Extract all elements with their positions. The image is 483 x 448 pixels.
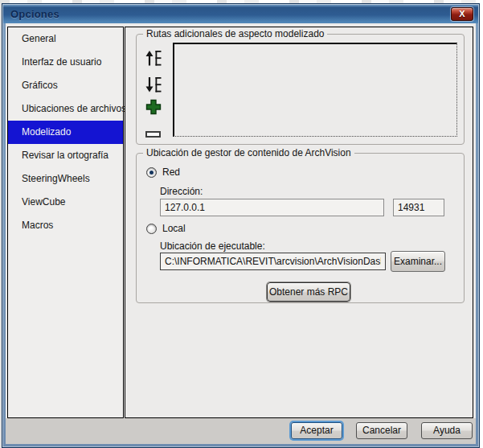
titlebar[interactable]: Opciones X — [3, 5, 478, 23]
network-radio-row: Red — [146, 166, 180, 178]
cancel-button[interactable]: Cancelar — [356, 422, 407, 439]
sidebar-item-ubicaciones-de-archivos[interactable]: Ubicaciones de archivos — [8, 97, 123, 121]
sidebar-item-revisar-la-ortografia[interactable]: Revisar la ortografía — [8, 144, 123, 167]
render-paths-group-title: Rutas adicionales de aspecto modelizado — [143, 28, 327, 39]
close-button[interactable]: X — [451, 7, 473, 21]
move-up-button[interactable] — [145, 49, 165, 68]
move-down-icon — [145, 76, 165, 93]
footer-button-bar: Aceptar Cancelar Ayuda — [291, 422, 473, 439]
sidebar-item-interfaz-de-usuario[interactable]: Interfaz de usuario — [8, 51, 123, 74]
sidebar-item-macros[interactable]: Macros — [8, 214, 123, 237]
sidebar-item-general[interactable]: General — [8, 27, 123, 51]
remove-path-button[interactable] — [145, 125, 165, 144]
category-list: General Interfaz de usuario Gráficos Ubi… — [7, 27, 124, 418]
dialog-body: General Interfaz de usuario Gráficos Ubi… — [6, 23, 476, 444]
window-title: Opciones — [3, 8, 59, 20]
archvision-group-title: Ubicación de gestor de contenido de Arch… — [143, 147, 354, 158]
add-plus-icon — [145, 99, 165, 115]
render-paths-listbox[interactable] — [173, 43, 457, 137]
sidebar-item-graficos[interactable]: Gráficos — [8, 74, 123, 97]
sidebar-item-viewcube[interactable]: ViewCube — [8, 191, 123, 214]
address-label: Dirección: — [160, 186, 203, 197]
close-icon: X — [459, 9, 465, 18]
local-radio-label: Local — [162, 223, 186, 234]
network-radio[interactable] — [146, 167, 157, 178]
browse-button[interactable]: Examinar... — [391, 251, 445, 272]
move-down-button[interactable] — [145, 76, 165, 95]
executable-label: Ubicación de ejecutable: — [160, 240, 265, 252]
move-up-icon — [145, 49, 165, 67]
port-input[interactable] — [393, 199, 444, 216]
modelizado-settings-panel: Rutas adicionales de aspecto modelizado — [125, 27, 473, 418]
local-radio[interactable] — [146, 224, 157, 234]
sidebar-item-modelizado[interactable]: Modelizado — [8, 121, 123, 144]
add-path-button[interactable] — [145, 99, 165, 118]
accept-button[interactable]: Aceptar — [291, 422, 342, 439]
render-paths-groupbox: Rutas adicionales de aspecto modelizado — [136, 34, 465, 145]
address-input[interactable] — [160, 199, 384, 216]
archvision-groupbox: Ubicación de gestor de contenido de Arch… — [136, 153, 465, 303]
network-radio-label: Red — [162, 166, 180, 178]
local-radio-row: Local — [146, 223, 186, 234]
help-button[interactable]: Ayuda — [421, 422, 473, 439]
remove-minus-icon — [145, 131, 161, 138]
get-more-rpc-button[interactable]: Obtener más RPC — [267, 282, 350, 302]
executable-path-input[interactable] — [160, 253, 386, 270]
options-dialog: Opciones X General Interfaz de usuario G… — [2, 3, 480, 448]
sidebar-item-steeringwheels[interactable]: SteeringWheels — [8, 167, 123, 191]
